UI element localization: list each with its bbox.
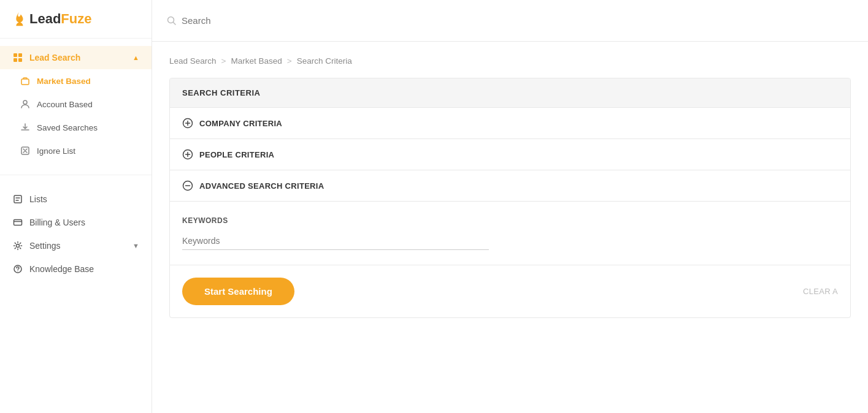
nav-item-knowledge-base[interactable]: Knowledge Base [0,257,152,281]
nav-item-lists[interactable]: Lists [0,188,152,211]
nav-section-lead-search: Lead Search ▲ Market Based Account Based [0,39,152,170]
help-icon [12,263,23,275]
nav-item-lead-search[interactable]: Lead Search ▲ [0,46,152,69]
list-icon [12,194,23,205]
criteria-header: SEARCH CRITERIA [170,78,850,107]
main-content: Lead Search > Market Based > Search Crit… [152,0,868,413]
start-searching-button[interactable]: Start Searching [182,278,294,305]
svg-rect-8 [14,220,22,225]
settings-caret: ▼ [133,242,139,249]
page-content: Lead Search > Market Based > Search Crit… [152,42,868,413]
breadcrumb-market-based[interactable]: Market Based [231,56,282,66]
svg-rect-0 [13,53,17,57]
nav-item-billing-users[interactable]: Billing & Users [0,211,152,234]
nav-item-saved-searches[interactable]: Saved Searches [0,116,152,139]
lead-search-caret: ▲ [133,54,139,61]
people-criteria-label: PEOPLE CRITERIA [199,150,274,159]
block-icon [20,145,31,156]
market-based-label: Market Based [37,77,91,86]
saved-searches-label: Saved Searches [37,123,98,132]
svg-rect-2 [13,58,17,62]
nav-divider-1 [0,175,152,175]
breadcrumb-lead-search[interactable]: Lead Search [169,56,217,66]
plus-circle-icon [182,118,193,129]
buttons-row: Start Searching CLEAR A [170,265,850,317]
advanced-criteria-section[interactable]: ADVANCED SEARCH CRITERIA [170,170,850,201]
knowledge-base-label: Knowledge Base [29,264,94,274]
billing-icon [12,217,23,228]
account-based-label: Account Based [37,100,93,109]
download-icon [20,122,31,133]
keywords-label: KEYWORDS [182,216,838,225]
lead-search-label: Lead Search [29,53,80,63]
svg-rect-7 [14,195,21,203]
breadcrumb-search-criteria: Search Criteria [297,56,352,66]
search-wrap [167,15,329,26]
breadcrumb-sep-2: > [287,56,292,66]
plus-circle-icon-2 [182,149,193,160]
breadcrumb: Lead Search > Market Based > Search Crit… [169,56,851,66]
breadcrumb-sep-1: > [221,56,226,66]
nav-section-lists: Lists Billing & Users Settings ▼ [0,180,152,288]
nav-item-market-based[interactable]: Market Based [0,69,152,93]
keywords-input[interactable] [182,232,489,250]
company-criteria-label: COMPANY CRITERIA [199,119,282,128]
svg-rect-4 [21,79,29,85]
logo-area: LeadFuze [0,0,152,39]
nav-item-settings[interactable]: Settings ▼ [0,234,152,257]
keywords-area: KEYWORDS [170,201,850,265]
svg-point-9 [17,244,20,248]
lists-label: Lists [29,194,47,204]
grid-icon [12,52,23,63]
criteria-panel: SEARCH CRITERIA COMPANY CRITERIA [169,78,851,318]
ignore-list-label: Ignore List [37,146,75,156]
gear-icon [12,240,23,251]
svg-point-11 [17,270,18,271]
clear-all-link[interactable]: CLEAR A [803,287,838,296]
account-icon [20,99,31,110]
minus-circle-icon [182,180,193,191]
search-icon [167,16,177,26]
sidebar: LeadFuze Lead Search ▲ M [0,0,152,413]
advanced-criteria-label: ADVANCED SEARCH CRITERIA [199,181,324,191]
svg-rect-3 [18,58,22,62]
company-criteria-section[interactable]: COMPANY CRITERIA [170,107,850,138]
people-criteria-section[interactable]: PEOPLE CRITERIA [170,138,850,170]
nav-item-ignore-list[interactable]: Ignore List [0,139,152,162]
search-input[interactable] [182,15,329,26]
top-bar [152,0,868,42]
svg-point-5 [23,100,27,104]
flame-icon [12,11,26,27]
logo-text: LeadFuze [29,11,91,27]
svg-rect-1 [18,53,22,57]
nav-item-account-based[interactable]: Account Based [0,93,152,116]
briefcase-icon [20,75,31,86]
settings-label: Settings [29,241,61,251]
billing-users-label: Billing & Users [29,218,85,227]
